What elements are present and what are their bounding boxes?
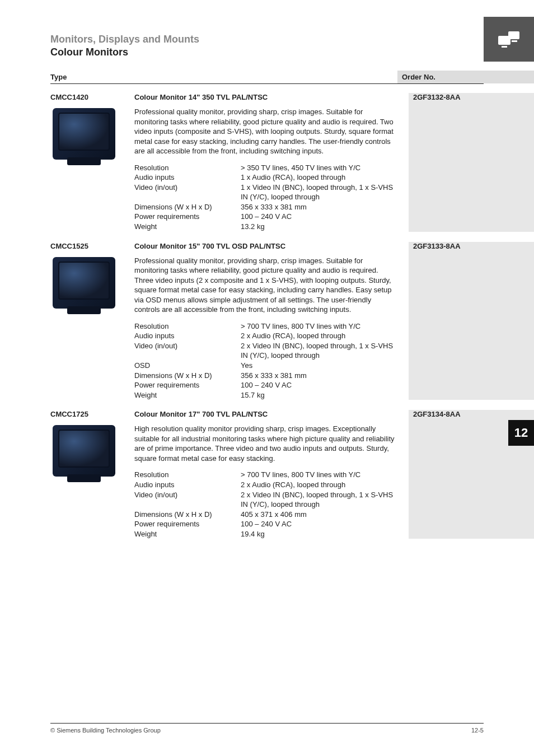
spec-label: Video (in/out) (134, 341, 241, 361)
spec-value: > 700 TV lines, 800 TV lines with Y/C (241, 321, 397, 332)
spec-row: Audio inputs2 x Audio (RCA), looped thro… (134, 480, 397, 490)
spec-row: Dimensions (W x H x D)356 x 333 x 381 mm (134, 202, 397, 212)
product-row: CMCC1525Colour Monitor 15" 700 TVL OSD P… (50, 242, 484, 400)
spec-value: 19.4 kg (241, 529, 397, 539)
spec-value: 13.2 kg (241, 222, 397, 232)
breadcrumb: Monitors, Displays and Mounts (50, 34, 484, 45)
spec-row: Power requirements100 – 240 V AC (134, 380, 397, 390)
spec-table: Resolution> 700 TV lines, 800 TV lines w… (134, 321, 397, 400)
product-image (50, 255, 118, 316)
spec-value: 2 x Audio (RCA), looped through (241, 480, 397, 490)
product-type: CMCC1525 (50, 242, 134, 250)
spec-label: Resolution (134, 163, 241, 173)
spec-label: Weight (134, 529, 241, 539)
spec-label: Video (in/out) (134, 183, 241, 202)
spec-value: 100 – 240 V AC (241, 212, 397, 222)
spec-row: Weight15.7 kg (134, 390, 397, 400)
spec-label: Power requirements (134, 212, 241, 222)
spec-row: Video (in/out)2 x Video IN (BNC), looped… (134, 490, 397, 510)
page-chapter-tab: 12 (508, 420, 534, 446)
spec-label: Dimensions (W x H x D) (134, 510, 241, 520)
spec-row: Power requirements100 – 240 V AC (134, 212, 397, 222)
product-image (50, 423, 118, 484)
spec-label: Dimensions (W x H x D) (134, 371, 241, 381)
spec-row: Dimensions (W x H x D)356 x 333 x 381 mm (134, 371, 397, 381)
svg-rect-2 (502, 46, 507, 48)
spec-table: Resolution> 700 TV lines, 800 TV lines w… (134, 470, 397, 539)
product-row: CMCC1725Colour Monitor 17" 700 TVL PAL/N… (50, 410, 484, 539)
spec-value: Yes (241, 361, 397, 371)
spec-value: 2 x Audio (RCA), looped through (241, 331, 397, 341)
spec-row: Weight13.2 kg (134, 222, 397, 232)
product-title: Colour Monitor 14" 350 TVL PAL/NTSC (134, 93, 397, 101)
spec-value: 100 – 240 V AC (241, 519, 397, 529)
spec-row: Resolution> 700 TV lines, 800 TV lines w… (134, 321, 397, 332)
spec-label: Resolution (134, 470, 241, 480)
product-type: CMCC1725 (50, 410, 134, 418)
spec-value: 1 x Audio (RCA), looped through (241, 172, 397, 183)
product-description: Professional quality monitor, providing … (134, 107, 397, 156)
spec-value: 15.7 kg (241, 390, 397, 400)
spec-label: Audio inputs (134, 172, 241, 183)
spec-label: Resolution (134, 321, 241, 332)
table-header: Type Order No. (50, 73, 484, 84)
product-title: Colour Monitor 17" 700 TVL PAL/NTSC (134, 410, 397, 418)
svg-rect-1 (508, 31, 519, 39)
order-number: 2GF3132-8AA (413, 93, 530, 101)
page-title: Colour Monitors (50, 46, 484, 58)
spec-row: Video (in/out)1 x Video IN (BNC), looped… (134, 183, 397, 202)
spec-label: Power requirements (134, 519, 241, 529)
category-icon (484, 17, 534, 62)
spec-value: 2 x Video IN (BNC), looped through, 1 x … (241, 490, 397, 510)
footer-page-number: 12-5 (471, 727, 484, 734)
spec-row: Audio inputs2 x Audio (RCA), looped thro… (134, 331, 397, 341)
spec-value: 356 x 333 x 381 mm (241, 202, 397, 212)
spec-row: Resolution> 350 TV lines, 450 TV lines w… (134, 163, 397, 173)
page-footer: © Siemens Building Technologies Group 12… (50, 723, 484, 734)
spec-value: 100 – 240 V AC (241, 380, 397, 390)
spec-row: OSDYes (134, 361, 397, 371)
product-description: Professional quality monitor, providing … (134, 256, 397, 315)
spec-value: 356 x 333 x 381 mm (241, 371, 397, 381)
order-number: 2GF3134-8AA (413, 410, 530, 418)
spec-label: Audio inputs (134, 480, 241, 490)
spec-value: 2 x Video IN (BNC), looped through, 1 x … (241, 341, 397, 361)
spec-row: Audio inputs1 x Audio (RCA), looped thro… (134, 172, 397, 183)
product-row: CMCC1420Colour Monitor 14" 350 TVL PAL/N… (50, 93, 484, 232)
spec-row: Weight19.4 kg (134, 529, 397, 539)
spec-table: Resolution> 350 TV lines, 450 TV lines w… (134, 163, 397, 232)
spec-label: Power requirements (134, 380, 241, 390)
spec-label: Weight (134, 222, 241, 232)
header-type: Type (50, 73, 397, 81)
spec-value: 405 x 371 x 406 mm (241, 510, 397, 520)
product-title: Colour Monitor 15" 700 TVL OSD PAL/NTSC (134, 242, 397, 250)
svg-rect-3 (512, 40, 517, 42)
header-order-no: Order No. (402, 73, 481, 81)
spec-row: Dimensions (W x H x D)405 x 371 x 406 mm (134, 510, 397, 520)
spec-value: 1 x Video IN (BNC), looped through, 1 x … (241, 183, 397, 202)
spec-label: OSD (134, 361, 241, 371)
footer-copyright: © Siemens Building Technologies Group (50, 727, 161, 734)
product-description: High resolution quality monitor providin… (134, 424, 397, 463)
spec-label: Dimensions (W x H x D) (134, 202, 241, 212)
product-type: CMCC1420 (50, 93, 134, 101)
spec-value: > 350 TV lines, 450 TV lines with Y/C (241, 163, 397, 173)
spec-row: Resolution> 700 TV lines, 800 TV lines w… (134, 470, 397, 480)
spec-value: > 700 TV lines, 800 TV lines with Y/C (241, 470, 397, 480)
spec-label: Audio inputs (134, 331, 241, 341)
product-image (50, 106, 118, 167)
spec-label: Video (in/out) (134, 490, 241, 510)
spec-row: Power requirements100 – 240 V AC (134, 519, 397, 529)
spec-label: Weight (134, 390, 241, 400)
spec-row: Video (in/out)2 x Video IN (BNC), looped… (134, 341, 397, 361)
order-number: 2GF3133-8AA (413, 242, 530, 250)
